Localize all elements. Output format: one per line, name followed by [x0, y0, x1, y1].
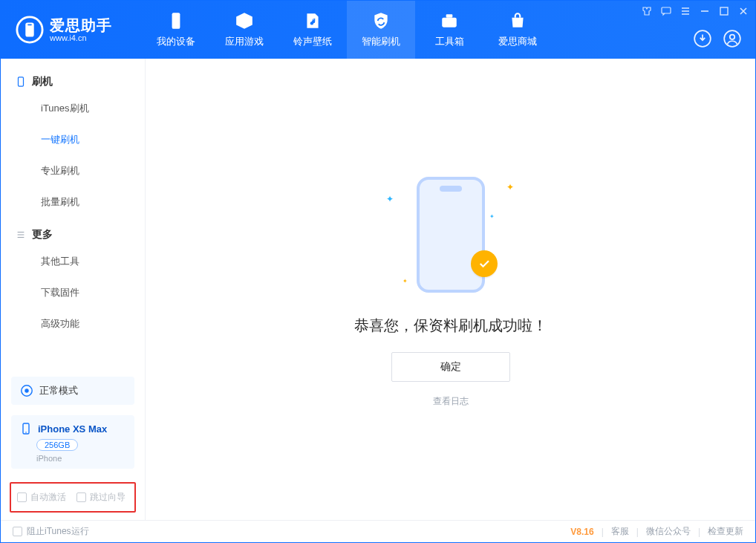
option-label: 自动激活: [30, 491, 66, 504]
svg-rect-3: [172, 13, 180, 29]
sidebar-item-oneclick-flash[interactable]: 一键刷机: [1, 124, 145, 155]
sidebar: 刷机 iTunes刷机 一键刷机 专业刷机 批量刷机 更多 其他工具 下载固件 …: [1, 59, 146, 520]
download-icon[interactable]: [693, 29, 712, 48]
group-title: 刷机: [32, 75, 53, 88]
mode-normal-icon: [20, 384, 33, 397]
device-mode[interactable]: 正常模式: [11, 377, 134, 405]
main-content: ✦ ✦ ✦ ✦ 恭喜您，保资料刷机成功啦！ 确定 查看日志: [146, 59, 755, 520]
tab-label: 工具箱: [435, 35, 464, 48]
success-check-icon: [471, 250, 498, 277]
sparkle-icon: ✦: [386, 194, 394, 204]
mode-label: 正常模式: [39, 384, 78, 397]
sidebar-item-batch-flash[interactable]: 批量刷机: [1, 186, 145, 218]
header-actions: [693, 29, 742, 48]
app-logo-icon: [16, 16, 44, 44]
app-url: www.i4.cn: [50, 33, 112, 42]
menu-icon[interactable]: [680, 5, 691, 17]
sidebar-item-itunes-flash[interactable]: iTunes刷机: [1, 93, 145, 124]
checkbox-icon: [13, 527, 22, 536]
tab-label: 铃声壁纸: [293, 35, 332, 48]
header-tabs: 我的设备 应用游戏 铃声壁纸 智能刷机 工具箱 爱思商城: [142, 1, 552, 59]
toolbox-icon: [440, 11, 459, 30]
device-icon: [166, 11, 186, 30]
sidebar-item-other-tools[interactable]: 其他工具: [1, 246, 145, 277]
svg-rect-11: [19, 77, 24, 86]
svg-rect-5: [446, 14, 453, 17]
skin-icon[interactable]: [641, 5, 653, 17]
support-link[interactable]: 客服: [611, 525, 629, 538]
option-skip-guide[interactable]: 跳过向导: [76, 491, 126, 504]
tab-flash[interactable]: 智能刷机: [347, 1, 415, 59]
sidebar-group-flash: 刷机: [1, 65, 145, 93]
sparkle-icon: ✦: [403, 278, 408, 284]
success-message: 恭喜您，保资料刷机成功啦！: [354, 316, 547, 336]
checkbox-icon: [17, 492, 27, 502]
tab-label: 智能刷机: [362, 35, 400, 48]
option-label: 跳过向导: [90, 491, 126, 504]
success-illustration: ✦ ✦ ✦ ✦: [373, 172, 529, 298]
sidebar-group-more: 更多: [1, 218, 145, 246]
svg-rect-6: [662, 7, 671, 13]
svg-rect-4: [442, 18, 457, 27]
sparkle-icon: ✦: [489, 213, 495, 220]
tab-label: 我的设备: [157, 35, 195, 48]
logo: 爱思助手 www.i4.cn: [1, 16, 142, 44]
bag-icon: [508, 11, 527, 30]
svg-point-9: [724, 30, 740, 47]
tab-toolbox[interactable]: 工具箱: [415, 1, 483, 59]
cube-icon: [235, 11, 254, 30]
sparkle-icon: ✦: [506, 182, 514, 192]
svg-point-15: [25, 432, 27, 433]
maximize-icon[interactable]: [718, 5, 730, 17]
separator: |: [636, 527, 639, 537]
ok-button[interactable]: 确定: [391, 352, 510, 382]
version-label: V8.16: [570, 527, 593, 537]
tab-apps[interactable]: 应用游戏: [210, 1, 278, 59]
feedback-icon[interactable]: [660, 5, 672, 17]
phone-icon: [20, 423, 32, 435]
svg-rect-7: [720, 7, 728, 15]
sidebar-item-advanced[interactable]: 高级功能: [1, 308, 145, 339]
sidebar-item-download-firmware[interactable]: 下载固件: [1, 277, 145, 308]
list-icon: [16, 230, 26, 240]
svg-point-10: [730, 35, 735, 40]
minimize-icon[interactable]: [699, 5, 711, 17]
check-update-link[interactable]: 检查更新: [708, 525, 743, 538]
device-capacity: 256GB: [36, 439, 78, 451]
flash-result: ✦ ✦ ✦ ✦ 恭喜您，保资料刷机成功啦！ 确定 查看日志: [354, 172, 547, 408]
wechat-link[interactable]: 微信公众号: [646, 525, 691, 538]
phone-illustration-icon: [417, 177, 485, 293]
tab-store[interactable]: 爱思商城: [483, 1, 552, 59]
tab-label: 应用游戏: [225, 35, 264, 48]
view-log-link[interactable]: 查看日志: [433, 395, 469, 408]
status-bar: 阻止iTunes运行 V8.16 | 客服 | 微信公众号 | 检查更新: [1, 520, 755, 542]
device-type: iPhone: [36, 454, 126, 463]
checkbox-icon: [76, 492, 86, 502]
tab-ringtones[interactable]: 铃声壁纸: [278, 1, 347, 59]
window-controls: [641, 5, 749, 17]
svg-point-13: [25, 388, 28, 392]
account-icon[interactable]: [723, 29, 742, 48]
option-auto-activate[interactable]: 自动激活: [17, 491, 66, 504]
device-small-icon: [16, 77, 26, 87]
option-label: 阻止iTunes运行: [27, 525, 89, 538]
option-block-itunes[interactable]: 阻止iTunes运行: [13, 525, 89, 538]
separator: |: [602, 527, 604, 537]
flash-options: 自动激活 跳过向导: [10, 482, 136, 513]
group-title: 更多: [32, 228, 53, 241]
svg-rect-2: [27, 24, 32, 25]
tab-my-device[interactable]: 我的设备: [142, 1, 210, 59]
tab-label: 爱思商城: [498, 35, 537, 48]
shield-refresh-icon: [371, 11, 391, 30]
separator: |: [698, 527, 700, 537]
device-name: iPhone XS Max: [38, 423, 107, 435]
sidebar-item-pro-flash[interactable]: 专业刷机: [1, 155, 145, 186]
music-file-icon: [303, 11, 322, 30]
app-name: 爱思助手: [50, 17, 112, 33]
close-icon[interactable]: [737, 5, 749, 17]
app-header: 爱思助手 www.i4.cn 我的设备 应用游戏 铃声壁纸 智能刷机 工具箱 爱…: [1, 1, 755, 59]
connected-device[interactable]: iPhone XS Max 256GB iPhone: [11, 415, 134, 469]
